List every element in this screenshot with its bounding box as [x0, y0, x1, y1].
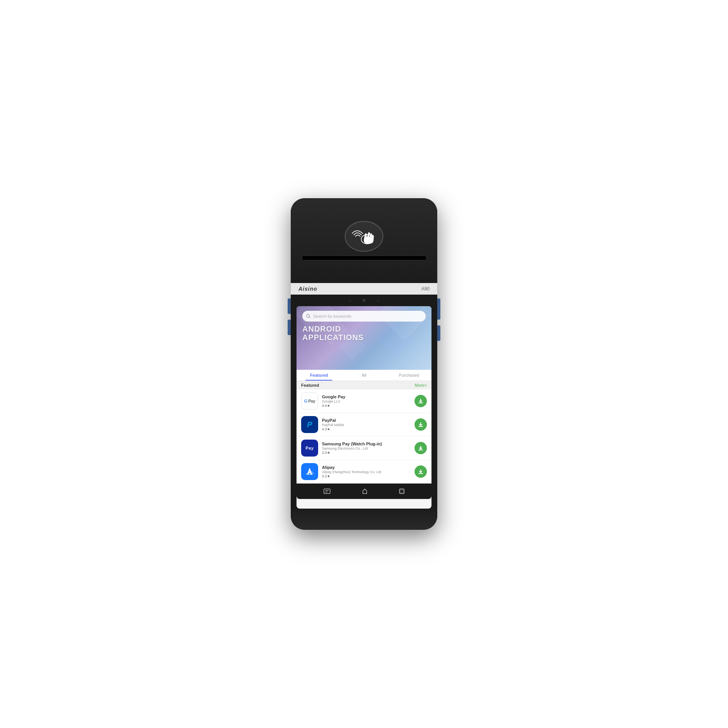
app-developer-paypal: PayPal Mobile [322, 423, 411, 427]
recents-icon [399, 489, 404, 494]
app-developer-googlepay: Google LLC [322, 399, 411, 403]
back-icon [324, 489, 330, 494]
side-button-right-2[interactable] [437, 325, 440, 341]
camera-row [297, 295, 431, 306]
speaker-dot-2 [377, 300, 379, 302]
app-info-alipay: Alipay Alipay (Hangzhou) Technology Co. … [322, 465, 411, 478]
download-icon-samsungpay [418, 445, 424, 451]
nfc-icon-container [345, 221, 383, 252]
nav-home-button[interactable] [362, 488, 368, 494]
device-top [291, 198, 437, 283]
app-list: G Pay Google Pay Google LLC 4.4★ [297, 389, 431, 484]
download-button-alipay[interactable] [415, 465, 427, 478]
svg-rect-7 [400, 490, 403, 493]
side-button-left-2[interactable] [288, 320, 291, 335]
download-button-paypal[interactable] [415, 418, 427, 431]
printer-slot [302, 256, 426, 260]
svg-line-2 [309, 317, 310, 318]
tab-featured[interactable]: Featured [297, 370, 342, 381]
section-header: Featured More> [297, 381, 431, 389]
app-rating-samsungpay: 2.0★ [322, 451, 411, 455]
home-icon [362, 488, 368, 494]
app-rating-paypal: 4.3★ [322, 427, 411, 431]
side-button-left-1[interactable] [288, 298, 291, 314]
device-wrapper: Aisino A90 [283, 198, 445, 530]
app-item-alipay[interactable]: Alipay Alipay (Hangzhou) Technology Co. … [297, 460, 431, 484]
app-info-samsungpay: Samsung Pay (Watch Plug-in) Samsung Elec… [322, 442, 411, 455]
download-icon-googlepay [418, 398, 424, 404]
app-info-googlepay: Google Pay Google LLC 4.4★ [322, 394, 411, 408]
app-info-paypal: PayPal PayPal Mobile 4.3★ [322, 418, 411, 431]
section-title: Featured [301, 383, 319, 388]
app-item-googlepay[interactable]: G Pay Google Pay Google LLC 4.4★ [297, 389, 431, 413]
app-name-alipay: Alipay [322, 465, 411, 470]
app-title-line1: ANDROID [302, 325, 364, 333]
device-body: Aisino A90 [291, 198, 437, 530]
brand-bar: Aisino A90 [291, 283, 437, 295]
download-button-googlepay[interactable] [415, 395, 427, 407]
app-rating-alipay: 3.2★ [322, 474, 411, 478]
nfc-icon [351, 224, 377, 249]
app-item-paypal[interactable]: P PayPal PayPal Mobile 4.3★ [297, 413, 431, 436]
download-icon-paypal [418, 421, 424, 428]
app-icon-alipay [301, 463, 318, 480]
speaker-dot-1 [349, 300, 351, 302]
app-rating-googlepay: 4.4★ [322, 404, 411, 408]
nav-back-button[interactable] [324, 489, 330, 494]
download-button-samsungpay[interactable] [415, 442, 427, 454]
app-developer-samsungpay: Samsung Electronics Co., Ltd. [322, 447, 411, 450]
screen-container: Search by keywords ANDROID APPLICATIONS … [291, 295, 437, 509]
svg-rect-3 [324, 489, 330, 494]
app-title-line2: APPLICATIONS [302, 333, 364, 342]
app-icon-paypal: P [301, 416, 318, 433]
search-placeholder: Search by keywords [313, 314, 351, 318]
app-developer-alipay: Alipay (Hangzhou) Technology Co. Ltd [322, 470, 411, 474]
side-button-right-1[interactable] [437, 298, 440, 320]
app-name-samsungpay: Samsung Pay (Watch Plug-in) [322, 442, 411, 446]
tab-purchased[interactable]: Purchased [386, 370, 431, 381]
tab-all[interactable]: All [342, 370, 387, 381]
download-icon-alipay [418, 468, 424, 475]
camera-dot [362, 299, 366, 302]
bottom-nav [297, 484, 431, 499]
device-bottom [291, 509, 437, 530]
nav-recents-button[interactable] [399, 489, 404, 494]
brand-name: Aisino [298, 286, 317, 292]
app-icon-samsungpay: Pay [301, 440, 318, 457]
app-name-paypal: PayPal [322, 418, 411, 423]
screen: Search by keywords ANDROID APPLICATIONS … [297, 306, 431, 509]
more-link[interactable]: More> [415, 383, 427, 388]
app-name-googlepay: Google Pay [322, 394, 411, 399]
app-item-samsungpay[interactable]: Pay Samsung Pay (Watch Plug-in) Samsung … [297, 436, 431, 460]
search-bar[interactable]: Search by keywords [302, 311, 426, 322]
app-title-area: ANDROID APPLICATIONS [302, 325, 364, 342]
model-name: A90 [421, 286, 430, 292]
tabs-row: Featured All Purchased [297, 370, 431, 381]
app-header: Search by keywords ANDROID APPLICATIONS [297, 306, 431, 370]
app-icon-googlepay: G Pay [301, 393, 318, 410]
search-icon [306, 314, 311, 318]
alipay-svg-icon [304, 466, 315, 477]
